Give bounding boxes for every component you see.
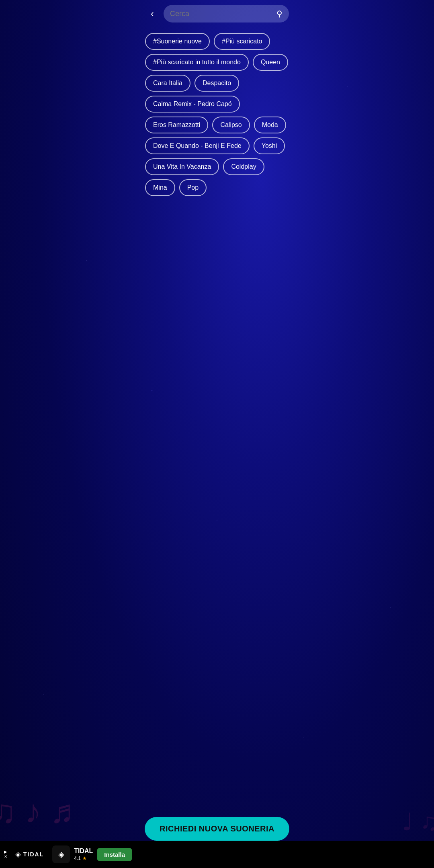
tag-item[interactable]: #Suonerie nuove (145, 33, 210, 50)
tag-item[interactable]: Queen (253, 54, 288, 71)
tag-item[interactable]: Calma Remix - Pedro Capó (145, 96, 240, 113)
tag-item[interactable]: Mina (145, 179, 175, 196)
search-bar[interactable]: ⚲ (164, 5, 289, 23)
tag-item[interactable]: #Più scaricato in tutto il mondo (145, 54, 249, 71)
tag-item[interactable]: Coldplay (223, 158, 264, 175)
tag-item[interactable]: Pop (179, 179, 207, 196)
tag-item[interactable]: #Più scaricato (214, 33, 270, 50)
search-icon[interactable]: ⚲ (276, 9, 283, 18)
header: ‹ ⚲ (139, 0, 295, 27)
tag-item[interactable]: Yoshi (254, 137, 285, 154)
tag-item[interactable]: Despacito (194, 75, 239, 92)
tag-item[interactable]: Calipso (212, 117, 250, 133)
back-button[interactable]: ‹ (145, 6, 160, 21)
tag-item[interactable]: Eros Ramazzotti (145, 117, 208, 133)
tag-item[interactable]: Dove E Quando - Benji E Fede (145, 137, 250, 154)
tags-container: #Suonerie nuove#Più scaricato#Più scaric… (139, 27, 295, 199)
tag-item[interactable]: Cara Italia (145, 75, 190, 92)
search-input[interactable] (170, 10, 273, 18)
tag-item[interactable]: Moda (254, 117, 286, 133)
tag-item[interactable]: Una Vita In Vacanza (145, 158, 219, 175)
